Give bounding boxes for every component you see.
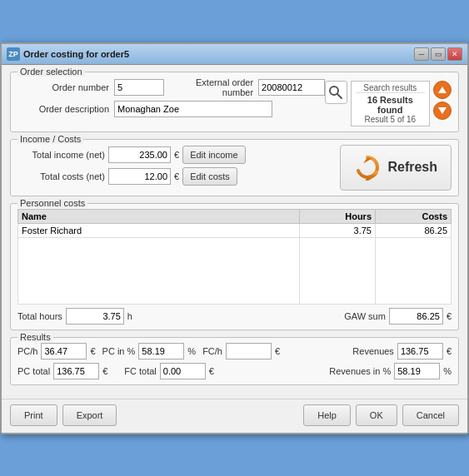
down-arrow-icon — [438, 107, 447, 114]
order-number-label: Order number — [17, 82, 109, 92]
total-costs-input[interactable] — [108, 168, 171, 185]
search-results-box: Search results 16 Results found Result 5… — [351, 81, 430, 126]
empty-row — [18, 237, 452, 304]
order-selection-label: Order selection — [17, 67, 85, 77]
cancel-button[interactable]: Cancel — [402, 404, 459, 426]
up-arrow-icon — [438, 87, 447, 93]
total-income-input[interactable] — [108, 146, 171, 163]
gaw-sum-input[interactable] — [389, 308, 443, 325]
income-costs-fields: Total income (net) € Edit income Total c… — [17, 146, 246, 189]
income-currency: € — [174, 150, 179, 160]
results-row1: PC/h € PC in % % FC/h € Revenues € — [17, 343, 452, 359]
svg-line-1 — [337, 94, 342, 98]
total-hours-input[interactable] — [66, 308, 124, 325]
close-button[interactable]: ✕ — [447, 47, 462, 61]
search-results-found: 16 Results found — [356, 95, 425, 115]
order-desc-input[interactable] — [114, 101, 272, 117]
fc-h-input[interactable] — [226, 343, 272, 359]
window-title: Order costing for order5 — [23, 49, 129, 59]
total-income-label: Total income (net) — [17, 150, 105, 160]
search-results-label: Search results — [356, 83, 425, 93]
export-button[interactable]: Export — [62, 404, 117, 426]
row-costs: 86.25 — [376, 223, 452, 237]
refresh-icon — [354, 154, 381, 181]
order-number-input[interactable] — [114, 79, 164, 96]
revenues-currency: € — [447, 346, 452, 356]
revenues-pct-label: Revenues in % — [329, 366, 391, 376]
income-costs-group: Income / Costs Total income (net) € Edit… — [10, 139, 459, 196]
pc-h-label: PC/h — [17, 346, 37, 356]
bottom-right-buttons: Help OK Cancel — [303, 404, 459, 426]
col-hours: Hours — [300, 209, 376, 223]
row-hours: 3.75 — [300, 223, 376, 237]
help-button[interactable]: Help — [303, 404, 351, 426]
costs-currency: € — [174, 171, 179, 181]
window-content: Order selection Order number External or… — [2, 65, 467, 399]
col-costs: Costs — [376, 209, 452, 223]
revenues-input[interactable] — [397, 343, 443, 359]
total-costs-row: Total costs (net) € Edit costs — [17, 167, 246, 186]
fc-total-currency: € — [209, 366, 214, 376]
total-income-row: Total income (net) € Edit income — [17, 146, 246, 164]
total-hours-label: Total hours — [17, 311, 62, 321]
personnel-costs-group: Personnel costs Name Hours Costs Foster … — [10, 203, 459, 330]
ok-button[interactable]: OK — [356, 404, 397, 426]
refresh-label: Refresh — [387, 160, 437, 175]
pc-total-label: PC total — [17, 366, 50, 376]
pc-total-currency: € — [102, 366, 107, 376]
minimize-button[interactable]: ─ — [414, 47, 429, 61]
pc-in-input[interactable] — [138, 343, 184, 359]
results-inner: PC/h € PC in % % FC/h € Revenues € PC to… — [17, 343, 452, 379]
results-label: Results — [17, 332, 53, 342]
bottom-left-buttons: Print Export — [10, 404, 117, 426]
income-costs-label: Income / Costs — [17, 134, 83, 144]
total-costs-label: Total costs (net) — [17, 171, 105, 181]
pc-in-label: PC in % — [102, 346, 136, 356]
order-selection-group: Order selection Order number External or… — [10, 72, 459, 132]
fc-total-input[interactable] — [160, 363, 206, 379]
nav-buttons — [433, 81, 452, 120]
external-order-label: External order number — [176, 77, 253, 97]
fc-h-label: FC/h — [202, 346, 222, 356]
income-costs-inner: Total income (net) € Edit income Total c… — [17, 145, 452, 191]
order-desc-label: Order description — [17, 104, 109, 114]
pc-total-input[interactable] — [53, 363, 99, 379]
title-bar: ZP Order costing for order5 ─ ▭ ✕ — [2, 44, 467, 65]
search-results-area: Search results 16 Results found Result 5… — [325, 81, 452, 126]
app-icon: ZP — [7, 47, 20, 61]
title-bar-left: ZP Order costing for order5 — [7, 47, 129, 61]
col-name: Name — [18, 209, 300, 223]
revenues-label: Revenues — [352, 346, 394, 356]
fc-h-currency: € — [275, 346, 280, 356]
personnel-costs-label: Personnel costs — [17, 198, 87, 208]
revenues-pct-symbol: % — [443, 366, 452, 376]
row-name: Foster Richard — [18, 223, 300, 237]
personnel-table: Name Hours Costs Foster Richard 3.75 86.… — [17, 209, 452, 305]
search-results-sub: Result 5 of 16 — [356, 115, 425, 124]
results-row2: PC total € FC total € Revenues in % % — [17, 363, 452, 379]
print-button[interactable]: Print — [10, 404, 57, 426]
pc-h-input[interactable] — [41, 343, 87, 359]
pc-in-pct: % — [187, 346, 196, 356]
gaw-sum-label: GAW sum — [344, 311, 386, 321]
revenues-pct-input[interactable] — [394, 363, 440, 379]
search-icon — [328, 85, 343, 100]
totals-row: Total hours h GAW sum € — [17, 308, 452, 325]
nav-down-button[interactable] — [433, 102, 452, 120]
edit-income-button[interactable]: Edit income — [182, 146, 245, 164]
refresh-button[interactable]: Refresh — [340, 145, 452, 191]
gaw-currency: € — [447, 311, 452, 321]
nav-up-button[interactable] — [433, 81, 452, 99]
main-window: ZP Order costing for order5 ─ ▭ ✕ Order … — [0, 42, 469, 434]
results-group: Results PC/h € PC in % % FC/h € Revenues… — [10, 337, 459, 385]
restore-button[interactable]: ▭ — [431, 47, 446, 61]
title-buttons: ─ ▭ ✕ — [414, 47, 462, 61]
table-row: Foster Richard 3.75 86.25 — [18, 223, 452, 237]
search-button[interactable] — [325, 81, 347, 104]
order-fields: Order number External order number Order… — [17, 77, 325, 121]
external-order-input[interactable] — [258, 79, 325, 96]
edit-costs-button[interactable]: Edit costs — [182, 167, 237, 186]
order-desc-row: Order description — [17, 101, 325, 117]
bottom-bar: Print Export Help OK Cancel — [2, 399, 467, 433]
pc-h-currency: € — [90, 346, 95, 356]
